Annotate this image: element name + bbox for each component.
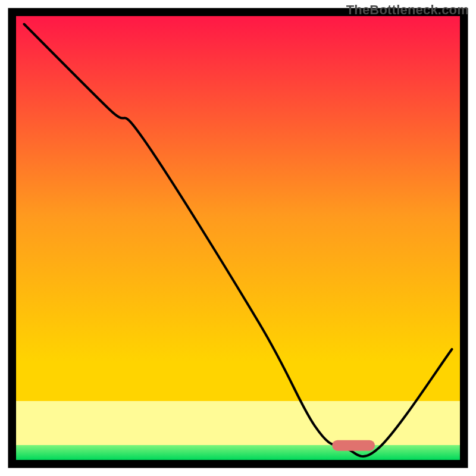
bottleneck-line-chart [0, 0, 476, 476]
green-band [16, 445, 460, 460]
watermark-text: TheBottleneck.com [346, 2, 469, 18]
chart-container: TheBottleneck.com [0, 0, 476, 476]
optimal-marker [332, 440, 375, 451]
pale-band [16, 401, 460, 445]
